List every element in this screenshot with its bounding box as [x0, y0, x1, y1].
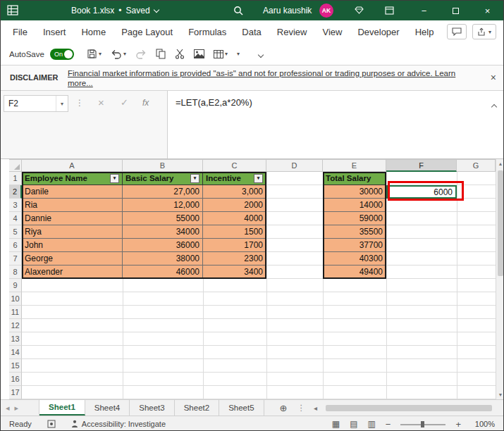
- row-header-10[interactable]: 10: [9, 292, 22, 306]
- share-button[interactable]: ▾: [472, 24, 496, 39]
- new-sheet-icon[interactable]: ⊕: [280, 403, 288, 413]
- zoom-out-button[interactable]: −: [386, 419, 391, 430]
- share-dropdown-icon[interactable]: ▾: [488, 29, 491, 35]
- row-header-14[interactable]: 14: [9, 346, 22, 359]
- cell-b2[interactable]: 27,000: [123, 185, 203, 199]
- formula-input[interactable]: =LET(a,E2,a*20%): [176, 97, 479, 108]
- filter-dropdown-icon[interactable]: ▾: [110, 174, 119, 183]
- cell-d4[interactable]: [266, 212, 323, 225]
- cell-c2[interactable]: 3,000: [203, 185, 266, 199]
- cell-b7[interactable]: 38000: [123, 252, 203, 266]
- hscroll-left-icon[interactable]: ◂: [314, 404, 317, 412]
- row-header-4[interactable]: 4: [9, 212, 22, 225]
- cell-d5[interactable]: [266, 225, 323, 239]
- customize-toolbar-icon[interactable]: [259, 50, 263, 58]
- tab-data[interactable]: Data: [234, 20, 269, 43]
- cell-b5[interactable]: 34000: [123, 225, 203, 239]
- tab-page-layout[interactable]: Page Layout: [113, 20, 180, 43]
- normal-view-icon[interactable]: ▦: [332, 419, 340, 429]
- vertical-scroll-thumb[interactable]: [498, 170, 503, 276]
- cell-e8[interactable]: 49400: [323, 266, 386, 279]
- tab-help[interactable]: Help: [407, 20, 442, 43]
- horizontal-scroll-thumb[interactable]: [326, 405, 492, 411]
- cell-c3[interactable]: 2000: [203, 199, 266, 212]
- zoom-level[interactable]: 100%: [471, 420, 495, 428]
- cell-a8[interactable]: Alaxender: [22, 266, 123, 279]
- cell-f5[interactable]: [386, 225, 457, 239]
- cell-d6[interactable]: [266, 239, 323, 252]
- collapse-formula-bar-icon[interactable]: [492, 99, 496, 112]
- sheet-tab-sheet2[interactable]: Sheet2: [175, 400, 219, 416]
- cell-a7[interactable]: George: [22, 252, 123, 266]
- search-icon[interactable]: [233, 6, 243, 18]
- cell-b1[interactable]: Basic Salary ▾: [123, 172, 203, 185]
- cell-c8[interactable]: 3400: [203, 266, 266, 279]
- confirm-entry-icon[interactable]: ✓: [121, 97, 128, 108]
- row-header-12[interactable]: 12: [9, 319, 22, 332]
- row-header-5[interactable]: 5: [9, 225, 22, 239]
- cell-d8[interactable]: [266, 266, 323, 279]
- cell-f7[interactable]: [386, 252, 457, 266]
- cell-f3[interactable]: [386, 199, 457, 212]
- select-all-corner[interactable]: [9, 159, 22, 172]
- row-header-9[interactable]: 9: [9, 279, 22, 292]
- tab-splitter-icon[interactable]: ⋮: [297, 403, 306, 413]
- document-title[interactable]: Book 1.xlsx • Saved: [71, 1, 159, 20]
- filter-dropdown-icon[interactable]: ▾: [254, 174, 263, 183]
- user-name[interactable]: Aaru kaushik: [263, 6, 312, 15]
- cell-e5[interactable]: 35500: [323, 225, 386, 239]
- cell-c1[interactable]: Incentive ▾: [203, 172, 266, 185]
- cell-c7[interactable]: 2300: [203, 252, 266, 266]
- copy-button[interactable]: [156, 49, 166, 59]
- column-header-d[interactable]: D: [266, 159, 323, 172]
- row-header-13[interactable]: 13: [9, 332, 22, 346]
- tab-review[interactable]: Review: [269, 20, 315, 43]
- cell-d2[interactable]: [266, 185, 323, 199]
- tab-formulas[interactable]: Formulas: [180, 20, 234, 43]
- cell-c6[interactable]: 1700: [203, 239, 266, 252]
- row-header-1[interactable]: 1: [9, 172, 22, 185]
- disclaimer-close-icon[interactable]: ×: [491, 72, 496, 83]
- minimize-button[interactable]: −: [408, 1, 440, 20]
- cell-b4[interactable]: 55000: [123, 212, 203, 225]
- row-header-3[interactable]: 3: [9, 199, 22, 212]
- cell-e1[interactable]: Total Salary: [323, 172, 386, 185]
- column-header-e[interactable]: E: [323, 159, 386, 172]
- row-header-8[interactable]: 8: [9, 266, 22, 279]
- cell-f6[interactable]: [386, 239, 457, 252]
- row-header-15[interactable]: 15: [9, 359, 22, 373]
- column-header-g[interactable]: G: [457, 159, 496, 172]
- row-header-17[interactable]: 17: [9, 386, 22, 399]
- cell-a1[interactable]: Employee Name ▾: [22, 172, 123, 185]
- save-button[interactable]: ▾: [87, 49, 102, 59]
- name-box[interactable]: F2 ▾: [4, 95, 68, 112]
- row-header-11[interactable]: 11: [9, 306, 22, 319]
- save-dropdown-icon[interactable]: ▾: [99, 51, 102, 57]
- formula-bar-grip-icon[interactable]: ⋮: [75, 98, 84, 108]
- maximize-button[interactable]: [440, 1, 472, 20]
- column-header-b[interactable]: B: [123, 159, 203, 172]
- tab-home[interactable]: Home: [73, 20, 113, 43]
- cell-d1[interactable]: [266, 172, 323, 185]
- accessibility-status[interactable]: Accessibility: Investigate: [71, 420, 166, 428]
- table-dropdown-icon[interactable]: ▾: [225, 51, 228, 57]
- row-header-6[interactable]: 6: [9, 239, 22, 252]
- insert-function-icon[interactable]: fx: [142, 98, 149, 108]
- cell-a3[interactable]: Ria: [22, 199, 123, 212]
- cell-e6[interactable]: 37700: [323, 239, 386, 252]
- sheet-nav-left-icon[interactable]: ◂: [1, 404, 15, 413]
- horizontal-scrollbar[interactable]: [321, 404, 502, 412]
- cell-d3[interactable]: [266, 199, 323, 212]
- cell-e3[interactable]: 14000: [323, 199, 386, 212]
- cell-f4[interactable]: [386, 212, 457, 225]
- cell-a2[interactable]: Danile: [22, 185, 123, 199]
- sheet-tab-sheet1[interactable]: Sheet1: [39, 400, 85, 416]
- scroll-up-icon[interactable]: ▲: [496, 161, 504, 166]
- page-layout-view-icon[interactable]: ▤: [350, 419, 357, 429]
- comments-button[interactable]: [447, 24, 467, 39]
- filter-dropdown-icon[interactable]: ▾: [190, 174, 199, 183]
- picture-button[interactable]: [194, 49, 204, 58]
- table-button[interactable]: ▾: [214, 50, 228, 58]
- row-header-7[interactable]: 7: [9, 252, 22, 266]
- cell-f8[interactable]: [386, 266, 457, 279]
